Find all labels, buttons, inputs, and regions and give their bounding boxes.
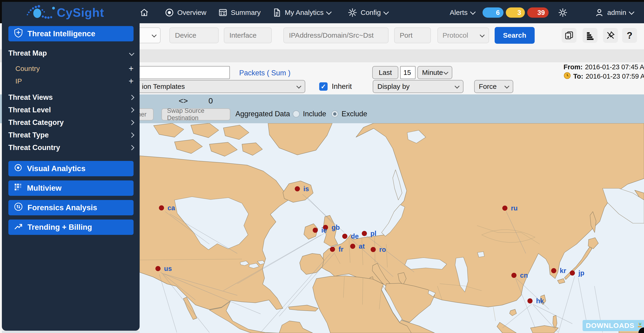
report-templates-icon[interactable] [562,28,576,43]
country-label: Country [8,65,40,72]
include-radio[interactable] [293,110,300,117]
nav-overview-label: Overview [177,8,206,16]
threat-world-map[interactable]: iscarugbiepldeatfrrouscnkrjphk [140,123,644,333]
device-input[interactable] [174,31,214,39]
exclude-radio[interactable] [331,110,338,117]
chevron-down-icon [454,83,460,88]
sidebar-threat-intelligence-button[interactable]: Threat Intelligence [8,26,134,41]
pin-off-icon[interactable] [603,28,618,43]
ip-domain-field[interactable] [284,27,388,43]
query-name-input[interactable] [130,66,230,79]
map-marker-kr[interactable] [551,268,556,273]
map-marker-ca[interactable] [159,205,164,210]
map-marker-jp[interactable] [570,271,575,276]
force-select[interactable]: Force [474,80,513,93]
forensics-analysis-label: Forensics Analysis [28,203,97,212]
alert-badge-info[interactable]: 6 [482,7,504,18]
chevron-down-icon [470,9,476,15]
home-button[interactable] [140,2,149,23]
sidebar-trending-billing-button[interactable]: Trending + Billing [8,220,134,235]
downloads-guru-watermark: DOWNLOADS .GURU [582,320,644,331]
search-button[interactable]: Search [495,27,535,44]
swap-source-destination-button[interactable]: Swap Source Destination [162,108,230,120]
map-marker-ro[interactable] [371,247,376,252]
threat-category-label: Threat Category [8,118,64,127]
map-marker-ie[interactable] [313,228,318,233]
sidebar-item-threat-views[interactable]: Threat Views [8,92,134,103]
user-menu[interactable]: admin [595,2,634,23]
last-button-label: Last [379,69,392,76]
device-field[interactable] [170,27,219,43]
map-marker-at[interactable] [350,244,355,249]
last-button[interactable]: Last [372,66,398,79]
alert-badge-warning[interactable]: 3 [506,7,525,18]
sidebar-multiview-button[interactable]: Multiview [8,180,134,196]
nav-overview[interactable]: Overview [165,2,206,23]
app-logo[interactable]: CySight [25,2,104,23]
settings-button[interactable] [558,2,568,23]
map-marker-label-gb: gb [332,224,340,231]
map-marker-fr[interactable] [330,247,335,252]
map-marker-cn[interactable] [512,273,516,278]
sidebar-footer-strip [2,331,140,333]
ip-domain-input[interactable] [288,31,384,39]
sidebar-item-threat-level[interactable]: Threat Level [8,105,134,115]
sidebar-item-threat-type[interactable]: Threat Type [8,130,134,140]
threat-intelligence-label: Threat Intelligence [28,29,96,38]
inherit-checkbox[interactable]: ✓ [319,82,328,91]
sidebar-item-threat-country[interactable]: Threat Country [8,142,134,153]
check-icon: ✓ [320,83,326,90]
help-icon[interactable]: ? [622,28,637,43]
compare-symbol[interactable]: <> [179,96,188,105]
chevron-down-icon [296,83,301,88]
from-value: 2016-01-23 07:45 AM [585,63,644,71]
chart-icon[interactable] [582,28,598,43]
protocol-select[interactable]: Protocol [438,27,489,43]
map-marker-us[interactable] [156,266,160,271]
sidebar-forensics-analysis-button[interactable]: Forensics Analysis [8,200,134,215]
clock-icon[interactable] [564,72,571,81]
forensics-icon [14,202,23,213]
plus-icon[interactable]: + [129,64,134,73]
port-input[interactable] [399,31,426,39]
sidebar-item-threat-category[interactable]: Threat Category [8,117,134,128]
map-marker-de[interactable] [342,234,347,239]
sidebar-item-threat-map[interactable]: Threat Map [8,48,134,59]
nav-alerts[interactable]: Alerts [450,2,475,23]
top-navbar: CySight Overview Summary [2,2,644,23]
threat-level-label: Threat Level [8,106,51,114]
map-marker-hk[interactable] [528,298,532,304]
interface-field[interactable] [224,27,272,43]
map-marker-label-jp: jp [578,269,584,277]
user-name: admin [607,8,626,16]
trending-billing-label: Trending + Billing [28,223,92,232]
display-by-select[interactable]: Display by [373,80,464,93]
port-field[interactable] [394,27,431,43]
interface-input[interactable] [229,31,267,39]
sidebar-item-country[interactable]: Country + [8,63,134,74]
templates-select[interactable]: ion Templates [121,80,305,93]
plus-icon[interactable]: + [129,77,134,85]
map-marker-pl[interactable] [362,231,367,236]
radio-selected-dot [333,112,336,116]
sidebar-item-ip[interactable]: IP + [8,76,134,86]
compare-value: 0 [208,96,213,105]
nav-summary[interactable]: Summary [218,2,260,23]
unit-select[interactable]: Minute [418,66,452,79]
metric-link[interactable]: Packets ( Sum ) [239,69,290,77]
alert-badge-critical[interactable]: 39 [527,7,548,18]
nav-config[interactable]: Config [348,2,388,23]
map-marker-label-kr: kr [560,267,566,274]
home-icon [140,8,149,17]
last-value-input[interactable]: 15 [400,66,416,79]
map-marker-ru[interactable] [502,206,508,211]
grid-icon [14,183,22,193]
chevron-right-icon [129,120,134,125]
map-marker-is[interactable] [295,186,300,191]
threat-map-label: Threat Map [8,49,47,57]
nav-my-analytics-label: My Analytics [285,8,324,16]
to-line: To: 2016-01-23 07:59 AM [564,72,644,81]
nav-my-analytics[interactable]: My Analytics [272,2,331,23]
search-button-label: Search [503,31,526,39]
sidebar-visual-analytics-button[interactable]: Visual Analytics [8,161,134,176]
